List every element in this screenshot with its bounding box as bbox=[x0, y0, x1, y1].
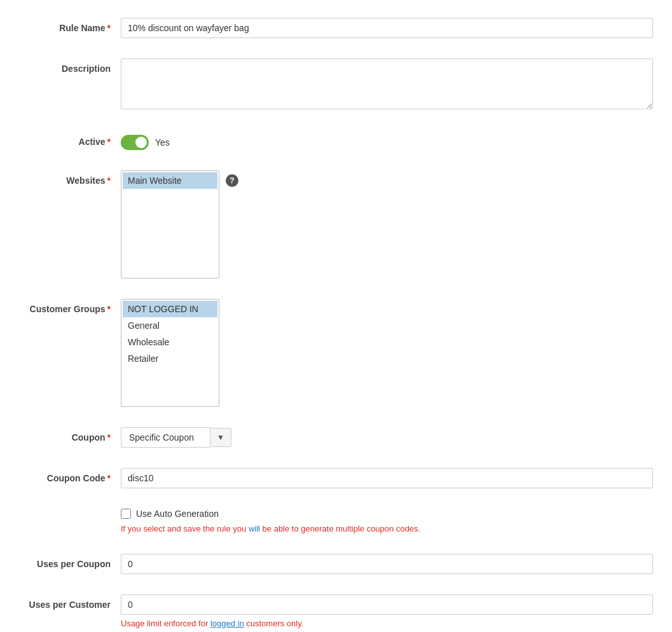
uses-per-coupon-row: Uses per Coupon bbox=[19, 549, 653, 574]
uses-per-customer-field: Usage limit enforced for logged in custo… bbox=[121, 594, 653, 628]
active-field: Yes bbox=[121, 132, 653, 150]
coupon-dropdown-arrow: ▼ bbox=[217, 433, 224, 442]
active-value-label: Yes bbox=[155, 137, 170, 148]
customer-groups-row: Customer Groups* NOT LOGGED IN General W… bbox=[19, 294, 653, 407]
active-toggle-wrapper: Yes bbox=[121, 132, 653, 150]
coupon-required: * bbox=[107, 432, 111, 443]
uses-per-customer-label: Uses per Customer bbox=[19, 594, 121, 610]
websites-select-row: Main Website ? bbox=[121, 170, 653, 278]
customer-groups-label: Customer Groups* bbox=[19, 299, 121, 314]
coupon-select-text: Specific Coupon bbox=[121, 427, 210, 448]
customer-groups-label-text: Customer Groups bbox=[30, 304, 106, 314]
description-label: Description bbox=[19, 58, 121, 74]
websites-field: Main Website ? bbox=[121, 170, 653, 278]
auto-generation-wrapper: Use Auto Generation bbox=[121, 509, 653, 519]
coupon-code-field bbox=[121, 468, 653, 488]
toggle-slider bbox=[121, 135, 149, 150]
coupon-row: Coupon* Specific Coupon ▼ bbox=[19, 422, 653, 448]
cg-option-retailer[interactable]: Retailer bbox=[123, 350, 217, 367]
websites-label: Websites* bbox=[19, 170, 121, 186]
uses-per-coupon-field bbox=[121, 554, 653, 574]
description-row: Description bbox=[19, 53, 653, 111]
auto-generation-label-spacer bbox=[19, 509, 121, 514]
usage-note-link[interactable]: logged in bbox=[210, 619, 244, 628]
rule-name-row: Rule Name* bbox=[19, 13, 653, 38]
cg-option-not-logged-in[interactable]: NOT LOGGED IN bbox=[123, 301, 217, 317]
coupon-label-text: Coupon bbox=[72, 432, 106, 443]
websites-option-main[interactable]: Main Website bbox=[123, 172, 217, 189]
auto-generation-field: Use Auto Generation If you select and sa… bbox=[121, 509, 653, 533]
description-field bbox=[121, 58, 653, 111]
rule-name-required: * bbox=[107, 23, 111, 33]
coupon-dropdown-button[interactable]: ▼ bbox=[210, 428, 231, 447]
description-label-text: Description bbox=[62, 64, 111, 74]
auto-generation-help-text: If you select and save the rule you will… bbox=[121, 524, 653, 533]
uses-per-coupon-label: Uses per Coupon bbox=[19, 554, 121, 569]
coupon-code-required: * bbox=[107, 473, 111, 483]
websites-select[interactable]: Main Website bbox=[121, 170, 219, 278]
websites-help-icon[interactable]: ? bbox=[226, 174, 238, 187]
active-required: * bbox=[107, 137, 111, 147]
coupon-code-label: Coupon Code* bbox=[19, 468, 121, 483]
websites-row: Websites* Main Website ? bbox=[19, 165, 653, 278]
cg-option-general[interactable]: General bbox=[123, 317, 217, 334]
coupon-label: Coupon* bbox=[19, 427, 121, 443]
description-input[interactable] bbox=[121, 58, 653, 109]
rule-name-field bbox=[121, 18, 653, 38]
customer-groups-field: NOT LOGGED IN General Wholesale Retailer bbox=[121, 299, 653, 407]
usage-note: Usage limit enforced for logged in custo… bbox=[121, 619, 653, 628]
coupon-code-row: Coupon Code* bbox=[19, 463, 653, 488]
active-label-text: Active bbox=[79, 137, 106, 147]
uses-per-customer-input[interactable] bbox=[121, 594, 653, 615]
websites-label-text: Websites bbox=[66, 175, 105, 186]
rule-name-input[interactable] bbox=[121, 18, 653, 38]
coupon-code-input[interactable] bbox=[121, 468, 653, 488]
auto-generation-checkbox[interactable] bbox=[121, 509, 131, 519]
active-toggle[interactable] bbox=[121, 135, 149, 150]
coupon-dropdown: Specific Coupon ▼ bbox=[121, 427, 653, 448]
coupon-code-label-text: Coupon Code bbox=[47, 473, 106, 483]
rule-name-label: Rule Name* bbox=[19, 18, 121, 33]
customer-groups-required: * bbox=[107, 304, 111, 314]
uses-per-customer-label-text: Uses per Customer bbox=[29, 600, 111, 610]
uses-per-coupon-input[interactable] bbox=[121, 554, 653, 574]
websites-required: * bbox=[107, 175, 111, 186]
auto-generation-row: Use Auto Generation If you select and sa… bbox=[19, 504, 653, 533]
customer-groups-select[interactable]: NOT LOGGED IN General Wholesale Retailer bbox=[121, 299, 219, 407]
cg-option-wholesale[interactable]: Wholesale bbox=[123, 334, 217, 350]
rule-name-label-text: Rule Name bbox=[59, 23, 105, 33]
active-row: Active* Yes bbox=[19, 127, 653, 150]
uses-per-customer-row: Uses per Customer Usage limit enforced f… bbox=[19, 589, 653, 628]
uses-per-coupon-label-text: Uses per Coupon bbox=[37, 559, 111, 569]
active-label: Active* bbox=[19, 132, 121, 147]
help-icon-text: ? bbox=[230, 176, 234, 185]
coupon-field: Specific Coupon ▼ bbox=[121, 427, 653, 448]
auto-generation-help-link[interactable]: will bbox=[249, 524, 260, 533]
auto-generation-checkbox-label: Use Auto Generation bbox=[136, 509, 219, 519]
